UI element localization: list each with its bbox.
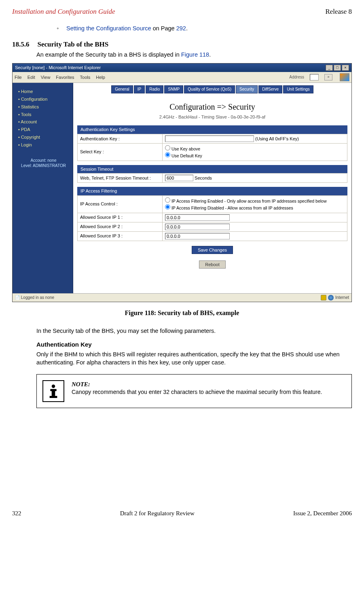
label-allowed-ip2: Allowed Source IP 2 : [78, 222, 163, 231]
page-number: 322 [12, 509, 21, 517]
link-figure-118[interactable]: Figure 118 [181, 51, 209, 58]
reboot-button[interactable]: Reboot [199, 260, 225, 269]
label-allowed-ip3: Allowed Source IP 3 : [78, 231, 163, 241]
tab-qos[interactable]: Quality of Service (QoS) [184, 85, 235, 93]
allowed-ip3-input[interactable] [165, 233, 230, 239]
allowed-ip2-input[interactable] [165, 224, 230, 230]
sidebar-item-pda[interactable]: PDA [18, 126, 69, 133]
menu-tools[interactable]: Tools [80, 74, 91, 80]
sidebar-item-login[interactable]: Login [18, 141, 69, 149]
window-titlebar: Security [none] - Microsoft Internet Exp… [13, 63, 351, 72]
text: An example of the Security tab in a BHS … [36, 51, 181, 58]
section-bar-session: Session Timeout [77, 165, 347, 174]
window-title: Security [none] - Microsoft Internet Exp… [15, 65, 101, 71]
section-number: 18.5.6 [12, 40, 30, 48]
sidebar-item-account[interactable]: Account [18, 118, 69, 126]
tabs-row: General IP Radio SNMP Quality of Service… [77, 85, 347, 93]
tab-unit-settings[interactable]: Unit Settings [283, 85, 313, 93]
tab-ip[interactable]: IP [134, 85, 145, 93]
browser-window: Security [none] - Microsoft Internet Exp… [12, 63, 352, 302]
section-title: Security Tab of the BHS [38, 40, 109, 48]
status-bar: 📄 Logged in as none Internet [13, 293, 351, 302]
section-heading: 18.5.6Security Tab of the BHS [12, 40, 352, 49]
text: . [186, 25, 188, 32]
label-allowed-ip1: Allowed Source IP 1 : [78, 213, 163, 222]
footer-right: Issue 2, December 2006 [293, 509, 352, 517]
minimize-button[interactable]: _ [326, 65, 333, 71]
unit-seconds: Seconds [195, 176, 212, 180]
section-bar-ipfilter: IP Access Filtering [77, 187, 347, 195]
save-changes-button[interactable]: Save Changes [192, 246, 233, 254]
label-ip-access-control: IP Access Control : [78, 196, 163, 213]
nav-sidebar: Home Configuration Statistics Tools Acco… [13, 83, 73, 293]
lock-icon [321, 295, 326, 301]
sidebar-item-statistics[interactable]: Statistics [18, 103, 69, 111]
bullet-item: ◦ Setting the Configuration Source on Pa… [57, 25, 352, 33]
radio-ip-filter-disabled[interactable] [165, 204, 170, 210]
note-label: NOTE: [72, 380, 322, 388]
intro-para: An example of the Security tab in a BHS … [36, 51, 352, 59]
footer-center: Draft 2 for Regulatory Review [120, 509, 195, 517]
text: on Page [151, 25, 176, 32]
note-body: Canopy recommends that you enter 32 char… [72, 388, 322, 396]
sidebar-item-copyright[interactable]: Copyright [18, 133, 69, 141]
tab-snmp[interactable]: SNMP [164, 85, 183, 93]
para-auth-key: Only if the BHM to which this BHS will r… [36, 351, 352, 366]
text: . [209, 51, 211, 58]
tab-radio[interactable]: Radio [146, 85, 163, 93]
account-level: Level: ADMINISTRATOR [18, 163, 69, 169]
tab-security[interactable]: Security [236, 85, 258, 93]
status-text-right: Internet [335, 295, 349, 301]
menu-favorites[interactable]: Favorites [56, 74, 74, 80]
svg-point-0 [52, 384, 55, 388]
ie-logo-icon [340, 73, 349, 81]
radio-label: Use Key above [171, 146, 200, 151]
label-select-key: Select Key : [78, 144, 163, 161]
sidebar-item-tools[interactable]: Tools [18, 111, 69, 119]
status-text-left: 📄 Logged in as none [15, 295, 54, 301]
radio-label: Use Default Key [171, 153, 202, 158]
info-icon [42, 380, 64, 402]
maximize-button[interactable]: □ [334, 65, 341, 71]
allowed-ip1-input[interactable] [165, 214, 230, 221]
note-box: NOTE: Canopy recommends that you enter 3… [36, 374, 352, 408]
main-panel: General IP Radio SNMP Quality of Service… [73, 83, 351, 293]
radio-use-default-key[interactable] [165, 152, 170, 157]
go-button[interactable]: » [324, 74, 332, 80]
sidebar-item-configuration[interactable]: Configuration [18, 95, 69, 103]
menu-view[interactable]: View [41, 74, 51, 80]
label-session-timeout: Web, Telnet, FTP Session Timeout : [78, 174, 163, 183]
svg-rect-2 [52, 389, 55, 396]
page-title: Configuration => Security [77, 102, 347, 112]
para-after-figure: In the Security tab of the BHS, you may … [36, 327, 352, 335]
device-info: 2.4GHz - BackHaul - Timing Slave - 0a-00… [77, 114, 347, 120]
sidebar-item-home[interactable]: Home [18, 88, 69, 95]
account-line: Account: none [18, 158, 69, 163]
release-label: Release 8 [325, 7, 352, 17]
link-page-292[interactable]: 292 [176, 25, 186, 32]
address-input[interactable] [310, 74, 319, 80]
close-button[interactable]: × [342, 65, 349, 71]
link-config-source[interactable]: Setting the Configuration Source [66, 25, 151, 32]
section-bar-auth: Authentication Key Settings [77, 125, 347, 134]
subhead-auth-key: Authentication Key [36, 341, 352, 349]
doc-title: Installation and Configuration Guide [12, 7, 115, 17]
label-auth-key: Authentication Key : [78, 134, 163, 144]
figure-caption: Figure 118: Security tab of BHS, example [12, 309, 352, 317]
menu-help[interactable]: Help [96, 74, 105, 80]
radio-label: IP Access Filtering Enabled - Only allow… [171, 199, 327, 203]
radio-use-key-above[interactable] [165, 145, 170, 150]
internet-zone-icon [328, 295, 334, 301]
radio-ip-filter-enabled[interactable] [165, 197, 170, 203]
svg-rect-3 [50, 396, 57, 398]
session-timeout-input[interactable] [165, 175, 193, 181]
tab-general[interactable]: General [111, 85, 133, 93]
radio-label: IP Access Filtering Disabled - Allow acc… [171, 205, 293, 210]
menu-bar: File Edit View Favorites Tools Help Addr… [13, 72, 351, 83]
menu-file[interactable]: File [15, 74, 22, 80]
auth-key-note: (Using All 0xFF's Key) [255, 136, 299, 141]
menu-edit[interactable]: Edit [28, 74, 35, 80]
auth-key-input[interactable] [165, 135, 254, 142]
address-label: Address [289, 74, 304, 80]
tab-diffserve[interactable]: DiffServe [258, 85, 282, 93]
